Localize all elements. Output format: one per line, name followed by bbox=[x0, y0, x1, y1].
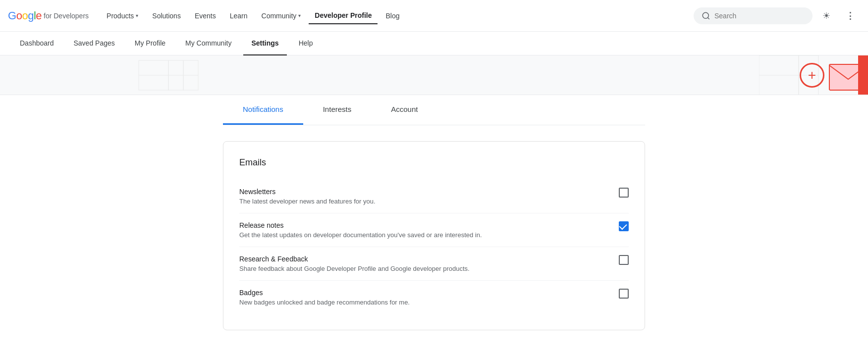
email-item-release-notes: Release notes Get the latest updates on … bbox=[239, 213, 629, 247]
search-icon bbox=[702, 11, 710, 20]
sec-nav-my-community[interactable]: My Community bbox=[177, 32, 239, 55]
newsletters-checkbox[interactable] bbox=[619, 188, 629, 198]
sec-nav-help[interactable]: Help bbox=[291, 32, 321, 55]
sec-nav-saved-pages[interactable]: Saved Pages bbox=[66, 32, 123, 55]
settings-tabs: Notifications Interests Account bbox=[223, 95, 645, 125]
logo[interactable]: Google for Developers bbox=[8, 9, 89, 22]
email-item-newsletters: Newsletters The latest developer news an… bbox=[239, 180, 629, 213]
tab-notifications[interactable]: Notifications bbox=[223, 95, 303, 125]
release-notes-desc: Get the latest updates on developer docu… bbox=[239, 231, 607, 239]
banner-decoration-area: + bbox=[0, 55, 868, 95]
release-notes-title: Release notes bbox=[239, 221, 607, 229]
email-item-research-feedback: Research & Feedback Share feedback about… bbox=[239, 247, 629, 281]
badges-desc: New badges unlocked and badge recommenda… bbox=[239, 299, 607, 306]
nav-solutions[interactable]: Solutions bbox=[146, 8, 187, 24]
right-grid-decoration bbox=[759, 55, 858, 95]
nav-learn[interactable]: Learn bbox=[224, 8, 254, 24]
newsletters-checkbox-wrap bbox=[619, 188, 629, 198]
emails-card: Emails Newsletters The latest developer … bbox=[223, 141, 645, 330]
email-item-release-notes-text: Release notes Get the latest updates on … bbox=[239, 221, 607, 239]
newsletters-title: Newsletters bbox=[239, 188, 607, 196]
sec-nav-my-profile[interactable]: My Profile bbox=[127, 32, 173, 55]
sun-icon: ☀ bbox=[822, 10, 830, 21]
more-icon: ⋮ bbox=[846, 10, 855, 21]
badges-checkbox[interactable] bbox=[619, 289, 629, 299]
newsletters-desc: The latest developer news and features f… bbox=[239, 198, 607, 205]
nav-developer-profile[interactable]: Developer Profile bbox=[309, 7, 378, 24]
red-accent-bar bbox=[858, 55, 868, 95]
more-options-button[interactable]: ⋮ bbox=[840, 6, 860, 26]
email-item-research-feedback-text: Research & Feedback Share feedback about… bbox=[239, 255, 607, 272]
release-notes-checkbox-wrap bbox=[619, 221, 629, 231]
svg-point-0 bbox=[703, 12, 708, 18]
chevron-down-icon: ▾ bbox=[298, 13, 301, 18]
release-notes-checkbox[interactable] bbox=[619, 221, 629, 231]
sec-nav-settings[interactable]: Settings bbox=[243, 32, 286, 55]
email-item-newsletters-text: Newsletters The latest developer news an… bbox=[239, 188, 607, 205]
badges-checkbox-wrap bbox=[619, 289, 629, 299]
main-content: Notifications Interests Account Emails N… bbox=[211, 95, 657, 330]
search-box[interactable] bbox=[694, 7, 813, 24]
top-navigation: Google for Developers Products ▾ Solutio… bbox=[0, 0, 868, 32]
chevron-down-icon: ▾ bbox=[136, 13, 138, 18]
logo-suffix: for Developers bbox=[44, 12, 89, 20]
search-input[interactable] bbox=[714, 12, 794, 20]
sec-nav-dashboard[interactable]: Dashboard bbox=[12, 32, 62, 55]
tab-interests[interactable]: Interests bbox=[303, 95, 372, 125]
google-logo: Google bbox=[8, 9, 42, 22]
secondary-navigation: Dashboard Saved Pages My Profile My Comm… bbox=[0, 32, 868, 55]
email-item-badges-text: Badges New badges unlocked and badge rec… bbox=[239, 289, 607, 306]
research-feedback-desc: Share feedback about Google Developer Pr… bbox=[239, 265, 607, 272]
theme-toggle-button[interactable]: ☀ bbox=[816, 6, 836, 26]
svg-line-1 bbox=[707, 17, 709, 19]
nav-products[interactable]: Products ▾ bbox=[101, 8, 144, 24]
nav-links: Products ▾ Solutions Events Learn Commun… bbox=[101, 7, 694, 24]
email-item-badges: Badges New badges unlocked and badge rec… bbox=[239, 281, 629, 314]
tab-account[interactable]: Account bbox=[371, 95, 437, 125]
nav-blog[interactable]: Blog bbox=[380, 8, 405, 24]
badges-title: Badges bbox=[239, 289, 607, 297]
emails-card-title: Emails bbox=[239, 157, 629, 168]
nav-events[interactable]: Events bbox=[189, 8, 222, 24]
nav-community[interactable]: Community ▾ bbox=[256, 8, 307, 24]
research-feedback-title: Research & Feedback bbox=[239, 255, 607, 263]
grid-decoration bbox=[0, 55, 248, 95]
nav-right: ☀ ⋮ bbox=[694, 6, 860, 26]
research-feedback-checkbox[interactable] bbox=[619, 255, 629, 265]
research-feedback-checkbox-wrap bbox=[619, 255, 629, 265]
